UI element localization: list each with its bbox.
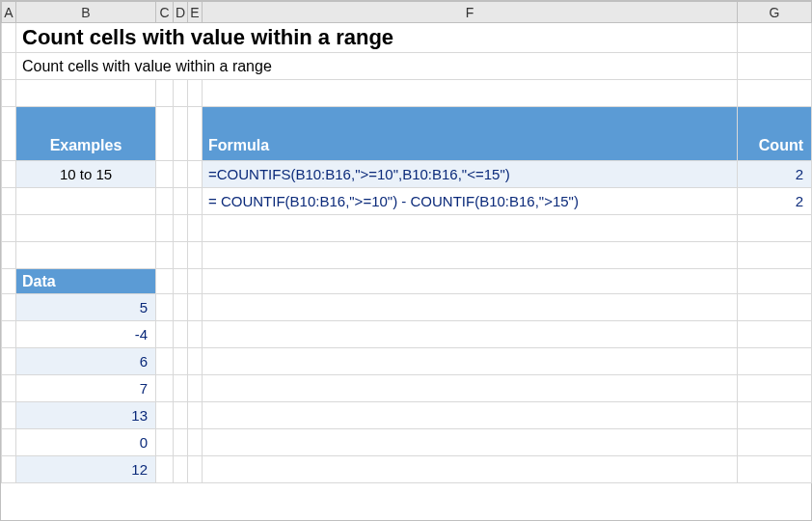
- row-data[interactable]: 6: [2, 348, 812, 375]
- cell[interactable]: [188, 188, 203, 215]
- cell[interactable]: [156, 188, 174, 215]
- formula-text-1[interactable]: =COUNTIFS(B10:B16,">=10",B10:B16,"<=15"): [203, 161, 738, 188]
- cell[interactable]: [2, 53, 16, 80]
- formula-header[interactable]: Formula: [203, 107, 738, 161]
- row-data[interactable]: 5: [2, 294, 812, 321]
- row-empty[interactable]: [2, 242, 812, 269]
- row-empty[interactable]: [2, 215, 812, 242]
- col-header-g[interactable]: G: [738, 2, 812, 23]
- cell[interactable]: [174, 188, 188, 215]
- row-formula-1[interactable]: 10 to 15 =COUNTIFS(B10:B16,">=10",B10:B1…: [2, 161, 812, 188]
- cell[interactable]: [188, 269, 203, 294]
- cell[interactable]: [2, 188, 16, 215]
- count-header[interactable]: Count: [738, 107, 812, 161]
- data-cell[interactable]: 7: [16, 375, 156, 402]
- grid[interactable]: A B C D E F G Count cells with value wit…: [1, 1, 812, 483]
- cell[interactable]: [16, 188, 156, 215]
- row-data[interactable]: -4: [2, 321, 812, 348]
- data-cell[interactable]: 12: [16, 456, 156, 483]
- cell[interactable]: [2, 23, 16, 53]
- formula-text-2[interactable]: = COUNTIF(B10:B16,">=10") - COUNTIF(B10:…: [203, 188, 738, 215]
- cell[interactable]: [738, 269, 812, 294]
- data-cell[interactable]: 5: [16, 294, 156, 321]
- examples-header[interactable]: Examples: [16, 107, 156, 161]
- example-label[interactable]: 10 to 15: [16, 161, 156, 188]
- data-cell[interactable]: 13: [16, 402, 156, 429]
- row-subtitle[interactable]: Count cells with value within a range: [2, 53, 812, 80]
- cell[interactable]: [188, 107, 203, 161]
- cell[interactable]: [2, 107, 16, 161]
- row-empty[interactable]: [2, 80, 812, 107]
- row-data[interactable]: 13: [2, 402, 812, 429]
- data-header[interactable]: Data: [16, 269, 156, 294]
- row-data-header[interactable]: Data: [2, 269, 812, 294]
- page-title[interactable]: Count cells with value within a range: [16, 23, 738, 53]
- col-header-f[interactable]: F: [203, 2, 738, 23]
- col-header-c[interactable]: C: [156, 2, 174, 23]
- cell[interactable]: [738, 23, 812, 53]
- cell[interactable]: [156, 107, 174, 161]
- col-header-a[interactable]: A: [2, 2, 16, 23]
- spreadsheet: A B C D E F G Count cells with value wit…: [0, 0, 812, 521]
- cell[interactable]: [174, 269, 188, 294]
- cell[interactable]: [156, 161, 174, 188]
- column-header-row[interactable]: A B C D E F G: [2, 2, 812, 23]
- data-cell[interactable]: -4: [16, 321, 156, 348]
- row-data[interactable]: 12: [2, 456, 812, 483]
- cell[interactable]: [174, 161, 188, 188]
- formula-count-2[interactable]: 2: [738, 188, 812, 215]
- cell[interactable]: [738, 53, 812, 80]
- cell[interactable]: [156, 269, 174, 294]
- cell[interactable]: [188, 161, 203, 188]
- page-subtitle[interactable]: Count cells with value within a range: [16, 53, 738, 80]
- cell[interactable]: [2, 269, 16, 294]
- cell[interactable]: [174, 107, 188, 161]
- row-title[interactable]: Count cells with value within a range: [2, 23, 812, 53]
- data-cell[interactable]: 6: [16, 348, 156, 375]
- data-cell[interactable]: 0: [16, 429, 156, 456]
- row-data[interactable]: 7: [2, 375, 812, 402]
- cell[interactable]: [203, 269, 738, 294]
- row-formula-2[interactable]: = COUNTIF(B10:B16,">=10") - COUNTIF(B10:…: [2, 188, 812, 215]
- cell[interactable]: [2, 161, 16, 188]
- col-header-b[interactable]: B: [16, 2, 156, 23]
- col-header-e[interactable]: E: [188, 2, 203, 23]
- formula-count-1[interactable]: 2: [738, 161, 812, 188]
- col-header-d[interactable]: D: [174, 2, 188, 23]
- row-data[interactable]: 0: [2, 429, 812, 456]
- row-section-header[interactable]: Examples Formula Count: [2, 107, 812, 161]
